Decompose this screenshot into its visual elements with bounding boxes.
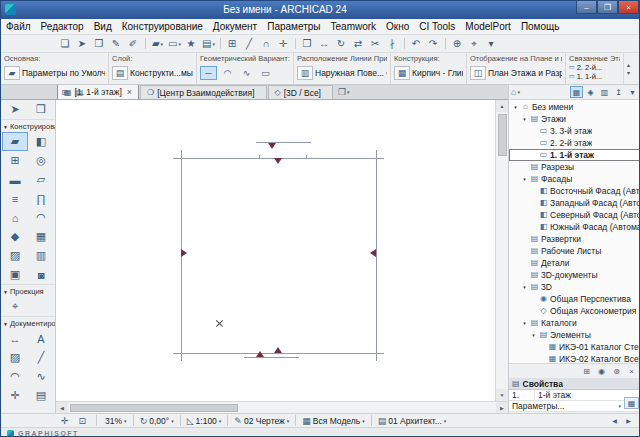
snap-magnet-button[interactable]: ∩ [258, 36, 275, 52]
fit-in-window-button[interactable]: ⊡ [76, 416, 94, 426]
vertical-scroll-thumb[interactable] [498, 114, 507, 156]
story-name-cell[interactable]: 1-й этаж [535, 390, 571, 400]
tree-expand-arrow[interactable]: ▾ [521, 281, 528, 293]
structure-display-select[interactable]: ▦ Вся Модель ▾ [299, 416, 367, 426]
pickup-parameters-button[interactable]: ✐ [125, 36, 142, 52]
status-item[interactable] [295, 415, 296, 426]
tree-item[interactable]: ▾ ▤ 3D [509, 281, 640, 293]
polyline-tool[interactable]: ∿ [28, 367, 54, 386]
arrow-button[interactable]: ➤ [74, 36, 91, 52]
window-tool[interactable]: ⊞ [2, 151, 28, 170]
wall-settings-icon[interactable]: ▰ [4, 66, 20, 80]
marquee-tool[interactable]: ❒ [28, 100, 54, 119]
status-item[interactable] [227, 415, 228, 426]
stair-tool[interactable]: ≡ [2, 189, 28, 208]
plan-display-select[interactable]: ◫ План Этажа и Разрез... ▾ [470, 63, 562, 83]
reference-line-select[interactable]: ▥ Наружная Пове... ▾ [297, 63, 387, 83]
tree-item-current-story[interactable]: ▭ 1. 1-й этаж [509, 149, 640, 161]
wall-tool[interactable]: ▰ [2, 132, 28, 151]
arrow-tool[interactable]: ➤ [2, 100, 28, 119]
wall-east[interactable] [376, 150, 377, 361]
opening-tool[interactable]: ◙ [28, 265, 54, 284]
layer-settings-button[interactable]: ▤ ▾ [200, 36, 217, 52]
properties-settings-button[interactable]: ▦ [624, 397, 639, 409]
navigator-settings-button[interactable]: ⊛ [610, 365, 623, 377]
toolbox-section-construction[interactable]: ▼ Конструирование [1, 119, 55, 132]
redo-button[interactable]: ↷ [425, 36, 442, 52]
rotate-button[interactable]: ↻ [333, 36, 350, 52]
menu-item[interactable]: Параметры [262, 21, 325, 32]
tree-expand-arrow[interactable]: ▾ [512, 101, 519, 113]
save-current-view-button[interactable]: ◉ [595, 365, 608, 377]
pan-tool-button[interactable]: ✛ [58, 416, 76, 426]
menu-item[interactable]: Конструирование [117, 21, 208, 32]
view-tab[interactable]: ◇ [3D / Все] [268, 85, 333, 99]
more-tools-button[interactable]: ▾ [483, 36, 500, 52]
wall-south[interactable] [173, 353, 384, 354]
infobox-scroll-down[interactable]: ▾ [627, 70, 630, 76]
orbit-button[interactable]: ⌖ [466, 36, 483, 52]
elevation-marker-west-triangle[interactable] [181, 249, 187, 257]
tree-item[interactable]: ▦ ИКЭ-01 Каталог Стен [509, 341, 640, 353]
toolbar-button[interactable] [445, 38, 446, 49]
tree-item[interactable]: ▾ ▤ Элементы [509, 329, 640, 341]
menu-item[interactable]: Файл [1, 21, 36, 32]
scroll-up-button[interactable]: ▲ [496, 100, 508, 112]
snap-points-button[interactable]: ✛ [275, 36, 292, 52]
arc-tool[interactable]: ◠ [2, 367, 28, 386]
wall-midpoint-marker-top[interactable] [274, 158, 282, 164]
tree-item[interactable]: ▭ 3. 3-й этаж [509, 125, 640, 137]
delete-button[interactable]: × [625, 365, 638, 377]
wall-midpoint-marker-bottom[interactable] [274, 347, 282, 353]
tree-expand-arrow[interactable]: ▾ [530, 329, 537, 341]
toolbar-button[interactable] [295, 38, 296, 49]
title-bar[interactable]: Без имени - ARCHICAD 24 – ❐ × [1, 1, 639, 19]
split-button[interactable]: ∤ [384, 36, 401, 52]
default-settings-label[interactable]: Параметры по Умолчанию [22, 68, 105, 78]
hotspot-tool[interactable]: ✛ [2, 386, 28, 405]
elevation-marker-north-triangle[interactable] [268, 143, 276, 149]
column-tool[interactable]: ◎ [28, 151, 54, 170]
publisher-sets-icon[interactable]: ↥ [612, 86, 625, 98]
undo-button[interactable]: ↶ [408, 36, 425, 52]
tree-item[interactable]: ◧ Южный Фасад (Автоматичес [509, 221, 640, 233]
infobox-scroll-up[interactable]: ▴ [627, 62, 630, 68]
menu-item[interactable]: Помощь [516, 21, 565, 32]
layout-book-icon[interactable]: ▥ [598, 86, 611, 98]
menu-item[interactable]: CI Tools [414, 21, 460, 32]
trim-button[interactable]: ✂ [367, 36, 384, 52]
tree-item[interactable]: ◧ Западный Фасад (Автоматиче [509, 197, 640, 209]
toolbox-section-documentation[interactable]: ▼ Документирование [1, 316, 55, 329]
menu-item[interactable]: Вид [89, 21, 117, 32]
favorites-button[interactable]: ★ [183, 36, 200, 52]
beam-tool[interactable]: ▬ [2, 170, 28, 189]
dimension-tool[interactable]: ↔ [2, 329, 28, 348]
tree-item[interactable]: ▾ ▤ Этажи [509, 113, 640, 125]
chained-wall-variant[interactable]: ∿ [238, 66, 255, 80]
mesh-tool[interactable]: ▦ [28, 227, 54, 246]
guide-lines-button[interactable]: ╱ [241, 36, 258, 52]
curtain-wall-tool[interactable]: ▥ [28, 246, 54, 265]
curved-wall-variant[interactable]: ◠ [219, 66, 236, 80]
tree-expand-arrow[interactable]: ▾ [521, 113, 528, 125]
tree-item[interactable]: ▤ 3D-документы [509, 269, 640, 281]
camera-tool[interactable]: ⌖ [2, 297, 28, 316]
menu-item[interactable]: Документ [208, 21, 262, 32]
drawing-canvas[interactable] [56, 100, 495, 401]
pop-up-navigator-icon[interactable]: ⊞ [58, 86, 71, 98]
go-back-button[interactable]: ◀ [608, 415, 621, 427]
toolbar-button[interactable] [145, 38, 146, 49]
go-forward-button[interactable]: ▶ [622, 415, 635, 427]
tree-item[interactable]: ▤ Рабочие Листы [509, 245, 640, 257]
scroll-down-button[interactable]: ▼ [496, 389, 508, 401]
tree-item[interactable]: ◧ Восточный Фасад (Автоматич [509, 185, 640, 197]
group-button[interactable]: ❐ [299, 36, 316, 52]
more-views-icon[interactable]: ▾ [626, 86, 639, 98]
tab-close-icon[interactable]: × [127, 87, 132, 97]
open-view-button[interactable]: ❐ ▾ [338, 87, 350, 97]
tree-item[interactable]: ▾ ▤ Каталоги [509, 317, 640, 329]
rectangle-wall-variant[interactable]: ▭ [257, 66, 274, 80]
tree-item[interactable]: ▤ Разрезы [509, 161, 640, 173]
project-map-icon[interactable]: ▦ [570, 86, 583, 98]
zone-tool[interactable]: ▨ [2, 246, 28, 265]
